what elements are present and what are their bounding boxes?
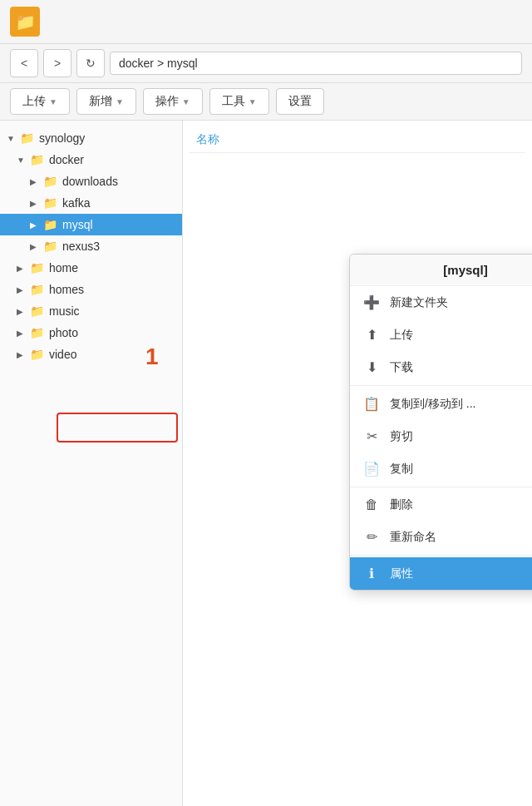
context-menu-copy-move[interactable]: 📋 复制到/移动到 ... ▶ <box>350 388 532 420</box>
sidebar-item-photo[interactable]: ▶ 📁 photo <box>0 322 182 344</box>
download-icon: ⬇ <box>363 359 380 375</box>
tools-button[interactable]: 工具▼ <box>209 88 269 115</box>
sidebar: ▼ 📁 synology ▼ 📁 docker ▶ 📁 downloads ▶ … <box>0 121 183 806</box>
sidebar-item-music[interactable]: ▶ 📁 music <box>0 300 182 322</box>
sidebar-item-home[interactable]: ▶ 📁 home <box>0 257 182 279</box>
context-menu-copy[interactable]: 📄 复制 <box>350 452 532 485</box>
sidebar-item-kafka[interactable]: ▶ 📁 kafka <box>0 192 182 214</box>
context-menu-divider-1 <box>350 385 532 386</box>
title-bar: 📁 <box>0 0 532 44</box>
upload-button[interactable]: 上传▼ <box>10 88 70 115</box>
context-menu-rename[interactable]: ✏ 重新命名 <box>350 521 532 553</box>
context-menu-title: [mysql] <box>350 255 532 286</box>
context-menu-delete[interactable]: 🗑 删除 <box>350 489 532 521</box>
copy-move-icon: 📋 <box>363 396 380 412</box>
copy-icon: 📄 <box>363 461 380 477</box>
sidebar-item-video[interactable]: ▶ 📁 video <box>0 344 182 365</box>
main-content: ▼ 📁 synology ▼ 📁 docker ▶ 📁 downloads ▶ … <box>0 121 532 806</box>
cut-icon: ✂ <box>363 428 380 444</box>
sidebar-item-downloads[interactable]: ▶ 📁 downloads <box>0 171 182 192</box>
context-menu-properties[interactable]: ℹ 属性 <box>350 557 532 590</box>
refresh-button[interactable]: ↻ <box>76 49 105 77</box>
file-area: 名称 [mysql] ➕ 新建文件夹 ⬆ 上传 ▶ ⬇ 下载 <box>183 121 532 806</box>
nav-bar: < > ↻ docker > mysql <box>0 44 532 83</box>
sidebar-item-mysql[interactable]: ▶ 📁 mysql <box>0 214 182 235</box>
app-icon: 📁 <box>10 7 40 37</box>
sidebar-item-homes[interactable]: ▶ 📁 homes <box>0 279 182 300</box>
new-button[interactable]: 新增▼ <box>76 88 136 115</box>
context-menu: [mysql] ➕ 新建文件夹 ⬆ 上传 ▶ ⬇ 下载 📋 复制 <box>349 254 532 591</box>
sidebar-item-synology[interactable]: ▼ 📁 synology <box>0 127 182 149</box>
upload-icon: ⬆ <box>363 327 380 343</box>
rename-icon: ✏ <box>363 529 380 545</box>
context-menu-cut[interactable]: ✂ 剪切 <box>350 420 532 452</box>
file-column-name: 名称 <box>190 127 525 153</box>
new-folder-icon: ➕ <box>363 294 380 310</box>
toolbar: 上传▼ 新增▼ 操作▼ 工具▼ 设置 <box>0 83 532 121</box>
context-menu-divider-3 <box>350 555 532 556</box>
info-icon: ℹ <box>363 566 380 581</box>
delete-icon: 🗑 <box>363 497 380 512</box>
operation-button[interactable]: 操作▼ <box>143 88 203 115</box>
back-button[interactable]: < <box>10 49 38 77</box>
context-menu-upload[interactable]: ⬆ 上传 ▶ <box>350 319 532 351</box>
breadcrumb: docker > mysql <box>110 52 522 75</box>
sidebar-item-docker[interactable]: ▼ 📁 docker <box>0 149 182 171</box>
forward-button[interactable]: > <box>43 49 71 77</box>
context-menu-divider-2 <box>350 487 532 487</box>
sidebar-item-nexus3[interactable]: ▶ 📁 nexus3 <box>0 235 182 257</box>
settings-button[interactable]: 设置 <box>276 88 324 115</box>
context-menu-download[interactable]: ⬇ 下载 <box>350 351 532 383</box>
context-menu-new-folder[interactable]: ➕ 新建文件夹 <box>350 286 532 319</box>
